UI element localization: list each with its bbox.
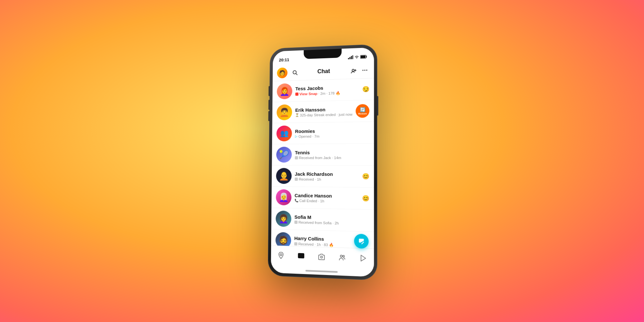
battery-icon: [360, 55, 367, 59]
header-title: Chat: [299, 67, 349, 76]
chat-right-tess: 😏: [362, 86, 369, 93]
avatar-erik: 🧑‍🦱: [277, 104, 292, 120]
chat-content-roomies: Roomies ▷ Opened · 7m: [295, 128, 369, 138]
svg-point-12: [366, 70, 367, 71]
chat-status-tennis: Received from Jack · 14m: [295, 156, 369, 159]
add-friend-button[interactable]: [349, 66, 358, 75]
chat-content-tess: Tess Jacobs View Snap · 2m · 178 🔥: [295, 84, 359, 96]
svg-marker-18: [361, 255, 365, 261]
avatar-candice: 👩‍🦳: [276, 189, 292, 205]
chat-item-sofia[interactable]: 👩‍🦱 Sofia M Received from Sofia · 2h: [271, 208, 374, 232]
chat-name-roomies: Roomies: [295, 128, 369, 134]
user-avatar[interactable]: 🧑: [277, 67, 288, 78]
chat-item-erik-hansson[interactable]: 🧑‍🦱 Erik Hansson ⏳ 325-day Streak ended …: [272, 100, 374, 123]
svg-point-13: [280, 253, 282, 255]
received-dot-sofia: [294, 221, 298, 224]
status-icons: [348, 55, 367, 59]
avatar-tess-jacobs: 👩‍🦰: [277, 83, 292, 99]
chat-status-tess: View Snap · 2m · 178 🔥: [295, 90, 359, 96]
snap-dot: [295, 92, 298, 96]
opened-arrow: ▷: [295, 135, 298, 138]
chat-list: 👩‍🦰 Tess Jacobs View Snap · 2m · 178 🔥 😏: [271, 78, 374, 249]
discover-icon: [359, 254, 367, 262]
nav-friends[interactable]: [335, 250, 350, 265]
more-options-button[interactable]: [360, 65, 369, 75]
received-dot-harry: [294, 242, 298, 245]
compose-icon: [358, 238, 365, 245]
chat-icon: [297, 252, 305, 260]
received-dot-jack: [295, 177, 298, 181]
svg-rect-14: [298, 253, 304, 258]
svg-point-17: [343, 255, 344, 257]
chat-status-roomies: ▷ Opened · 7m: [295, 134, 369, 138]
svg-rect-5: [361, 55, 365, 58]
restore-label: Restore: [358, 112, 367, 115]
nav-discover[interactable]: [356, 251, 371, 266]
avatar-tennis: 🎾: [276, 147, 292, 163]
svg-line-7: [296, 73, 297, 75]
chat-content-erik: Erik Hansson ⏳ 325-day Streak ended · ju…: [295, 106, 353, 117]
chat-name-jack: Jack Richardson: [295, 171, 359, 177]
friends-icon: [338, 253, 346, 261]
map-icon: [277, 251, 285, 259]
chat-right-candice: 😊: [362, 195, 369, 202]
header-right: [349, 65, 370, 75]
svg-rect-2: [351, 56, 352, 59]
chat-right-erik: 🔄 Restore: [355, 104, 369, 118]
chat-status-candice: 📞 Call Ended · 1h: [295, 199, 359, 204]
restore-button[interactable]: 🔄 Restore: [355, 104, 369, 118]
chat-status-jack: Received · 1h: [295, 177, 359, 181]
chat-status-sofia: Received from Sofia · 2h: [294, 220, 369, 226]
chat-right-jack: 😊: [362, 173, 370, 180]
streak-ended-text: 325-day Streak ended · just now: [300, 112, 352, 117]
camera-icon: [318, 252, 326, 260]
add-friend-icon: [350, 67, 356, 74]
phone-wrapper: 20:11: [268, 44, 377, 280]
search-button[interactable]: [290, 68, 299, 77]
svg-rect-0: [348, 58, 349, 59]
status-time: 20:11: [279, 57, 289, 62]
nav-map[interactable]: [274, 248, 288, 263]
nav-chat[interactable]: [294, 249, 308, 263]
search-icon: [292, 70, 298, 75]
chat-item-tennis[interactable]: 🎾 Tennis Received from Jack · 14m: [272, 144, 374, 166]
restore-icon: 🔄: [360, 107, 365, 112]
avatar-roomies: 👥: [276, 126, 292, 142]
svg-rect-1: [349, 57, 350, 59]
chat-item-roomies[interactable]: 👥 Roomies ▷ Opened · 7m: [272, 122, 374, 144]
phone-screen: 20:11: [271, 47, 374, 277]
friend-emoji-candice: 😊: [362, 195, 369, 202]
chat-item-tess-jacobs[interactable]: 👩‍🦰 Tess Jacobs View Snap · 2m · 178 🔥 😏: [272, 78, 374, 102]
notch: [304, 49, 342, 59]
chat-item-jack[interactable]: 🧑‍🦲 Jack Richardson Received · 1h 😊: [272, 166, 374, 188]
wifi-icon: [355, 55, 359, 59]
chat-content-sofia: Sofia M Received from Sofia · 2h: [294, 214, 369, 226]
bottom-nav: [271, 245, 374, 273]
chat-content-tennis: Tennis Received from Jack · 14m: [295, 149, 369, 160]
nav-camera[interactable]: [315, 249, 329, 264]
chat-content-candice: Candice Hanson 📞 Call Ended · 1h: [295, 193, 359, 204]
chat-name-tennis: Tennis: [295, 149, 369, 155]
chat-name-erik: Erik Hansson: [295, 106, 353, 113]
signal-icon: [348, 55, 353, 59]
chat-content-jack: Jack Richardson Received · 1h: [295, 171, 359, 181]
chat-status-erik: ⏳ 325-day Streak ended · just now: [295, 112, 353, 117]
chat-name-candice: Candice Hanson: [295, 193, 359, 199]
svg-point-15: [321, 256, 323, 258]
svg-point-10: [362, 70, 363, 71]
more-icon: [362, 67, 368, 73]
svg-rect-3: [352, 55, 353, 59]
received-dot: [295, 156, 298, 159]
header-left: 🧑: [277, 67, 299, 78]
chat-item-candice[interactable]: 👩‍🦳 Candice Hanson 📞 Call Ended · 1h 😊: [271, 187, 374, 210]
friend-emoji-jack: 😊: [362, 173, 370, 180]
chat-name-sofia: Sofia M: [294, 214, 369, 221]
svg-point-11: [364, 70, 365, 71]
compose-fab[interactable]: [354, 234, 369, 249]
svg-point-16: [340, 255, 342, 257]
avatar-sofia: 👩‍🦱: [276, 211, 291, 227]
avatar-jack: 🧑‍🦲: [276, 168, 292, 184]
friend-emoji-tess: 😏: [362, 86, 369, 93]
snap-time: · 2m · 178 🔥: [318, 91, 340, 96]
view-snap-text: View Snap: [299, 91, 317, 96]
